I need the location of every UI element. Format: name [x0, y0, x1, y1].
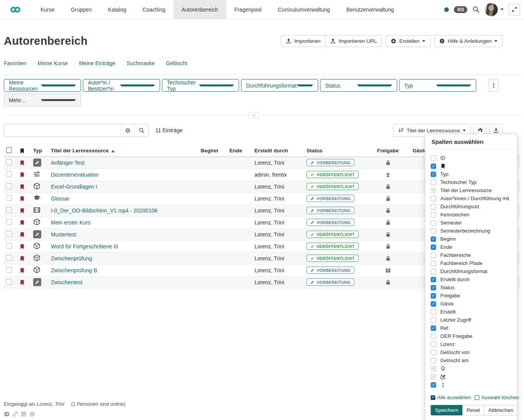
row-checkbox[interactable] — [6, 279, 12, 285]
openolat-logo-icon[interactable] — [0, 0, 32, 19]
save-button[interactable]: Speichern — [431, 405, 463, 415]
checkbox[interactable] — [431, 164, 436, 169]
checkbox[interactable] — [431, 358, 436, 363]
column-option[interactable]: Gelöscht von — [431, 348, 512, 356]
column-option[interactable]: Semesterbezeichnung — [431, 227, 512, 235]
checkbox[interactable] — [431, 155, 436, 161]
column-header-ende[interactable]: Ende — [220, 145, 244, 157]
import-url-button[interactable]: Importieren URL — [325, 35, 382, 47]
section-link[interactable]: Meine Einträge — [79, 60, 115, 66]
checkbox[interactable] — [431, 269, 436, 274]
filter-dropdown[interactable]: Meine Ressourcen — [4, 79, 81, 92]
nav-tab-autorenbereich[interactable]: Autorenbereich — [174, 0, 226, 19]
row-checkbox[interactable] — [6, 195, 12, 201]
checkbox[interactable] — [431, 236, 436, 242]
checkbox[interactable] — [431, 180, 436, 185]
nav-tab-fragenpool[interactable]: Fragenpool — [226, 0, 270, 19]
section-link[interactable]: Favoriten — [4, 60, 26, 66]
cancel-button[interactable]: Abbrechen — [484, 405, 517, 415]
resource-title-link[interactable]: Zwischenprüfung B — [51, 267, 97, 273]
checkbox[interactable] — [431, 342, 436, 347]
nav-tab-benutzerverwaltung[interactable]: Benutzerverwaltung — [338, 0, 402, 19]
checkbox[interactable] — [431, 309, 436, 315]
column-header-freigabe[interactable]: Freigabe — [374, 145, 402, 157]
checkbox[interactable] — [431, 204, 436, 209]
column-header-beginn[interactable]: Beginn — [197, 145, 220, 157]
column-option[interactable]: Ende — [431, 243, 512, 251]
row-checkbox[interactable] — [6, 171, 12, 177]
checkbox[interactable] — [431, 245, 436, 250]
column-option[interactable]: Durchführungsort — [431, 202, 512, 211]
column-option[interactable]: Autor*innen / Durchführung mit — [431, 194, 512, 202]
column-option[interactable]: Gelöscht am — [431, 356, 512, 364]
row-checkbox[interactable] — [6, 219, 12, 225]
checkbox[interactable] — [431, 196, 436, 201]
checkbox[interactable] — [431, 301, 436, 307]
bookmark-column-icon[interactable] — [19, 148, 25, 154]
checkbox[interactable] — [431, 212, 436, 218]
select-all-checkbox[interactable] — [6, 147, 12, 153]
nav-tab-katalog[interactable]: Katalog — [100, 0, 134, 19]
column-option[interactable]: Freigabe — [431, 292, 512, 300]
column-option[interactable] — [431, 373, 512, 381]
resource-title-link[interactable]: Glossar — [51, 196, 69, 202]
select-all-columns-link[interactable]: Alle auswählen — [431, 395, 471, 400]
column-option[interactable]: Fachbereiche — [431, 251, 512, 259]
row-checkbox[interactable] — [6, 267, 12, 273]
search-input[interactable] — [4, 124, 121, 137]
collapse-filters-button[interactable] — [249, 112, 259, 118]
share-icon[interactable] — [4, 410, 10, 417]
column-option[interactable] — [431, 364, 512, 373]
column-header-gaeste[interactable]: Gäste — [402, 145, 428, 157]
checkbox[interactable] — [431, 261, 436, 266]
column-header-title[interactable]: Titel der Lernressource — [46, 145, 197, 157]
import-button[interactable]: Importieren — [281, 35, 325, 47]
checkbox[interactable] — [431, 188, 436, 193]
checkbox[interactable] — [431, 326, 436, 331]
column-header-typ[interactable]: Typ — [27, 145, 46, 157]
filter-options-button[interactable] — [489, 79, 499, 92]
checkbox[interactable] — [431, 285, 436, 290]
column-option[interactable]: Status — [431, 283, 512, 292]
create-button[interactable]: Erstellen — [386, 35, 430, 47]
checkbox[interactable] — [431, 220, 436, 226]
chat-counter-badge[interactable]: 0/3 — [454, 6, 467, 13]
checkbox[interactable] — [431, 350, 436, 355]
column-header-status[interactable]: Status — [305, 145, 374, 157]
checkbox[interactable] — [431, 293, 436, 299]
section-link[interactable]: Gelöscht — [166, 60, 187, 66]
checkbox[interactable] — [431, 317, 436, 323]
column-header-erstellt-durch[interactable]: Erstellt durch — [244, 145, 305, 157]
column-option[interactable]: Fachbereich Pfade — [431, 259, 512, 267]
column-option[interactable]: Lizenz — [431, 340, 512, 348]
column-option[interactable]: OER Freigabe — [431, 332, 512, 340]
qr-icon[interactable] — [21, 410, 27, 417]
help-button[interactable]: Hilfe & Anleitungen — [434, 35, 502, 47]
resource-title-link[interactable]: Mustertest — [51, 231, 76, 238]
resource-title-link[interactable]: I-0_Der_OO-Bildschirm_V1.mp4 - 20200106 — [51, 207, 157, 214]
filter-dropdown[interactable]: Durchführungsformat — [241, 79, 318, 92]
checkbox[interactable] — [431, 382, 436, 388]
clear-selection-link[interactable]: Auswahl löschen — [475, 395, 519, 400]
search-button[interactable] — [135, 124, 148, 137]
resource-title-link[interactable]: Excel-Grundlagen I — [51, 184, 97, 190]
section-link[interactable]: Meine Kurse — [37, 60, 68, 66]
row-checkbox[interactable] — [6, 243, 12, 249]
resource-title-link[interactable]: Mein erster Kurs — [51, 219, 91, 226]
column-option[interactable]: ID — [431, 154, 512, 162]
link-icon[interactable] — [12, 410, 18, 417]
resource-title-link[interactable]: Zwischentest — [51, 279, 83, 285]
nav-tab-coaching[interactable]: Coaching — [135, 0, 174, 19]
column-option[interactable]: Erstellt — [431, 308, 512, 316]
circle-dot-icon[interactable] — [29, 410, 35, 417]
clear-search-button[interactable] — [121, 124, 135, 137]
column-option[interactable]: Gäste — [431, 300, 512, 308]
avatar[interactable] — [485, 3, 498, 16]
column-option[interactable]: Semester — [431, 219, 512, 227]
resource-title-link[interactable]: Word für Fortgeschrittene III — [51, 243, 118, 250]
checkbox[interactable] — [431, 374, 436, 380]
resource-title-link[interactable]: Zwischenprüfung — [51, 255, 92, 261]
column-option[interactable]: Beginn — [431, 235, 512, 243]
row-checkbox[interactable] — [6, 255, 12, 261]
checkbox[interactable] — [431, 277, 436, 282]
